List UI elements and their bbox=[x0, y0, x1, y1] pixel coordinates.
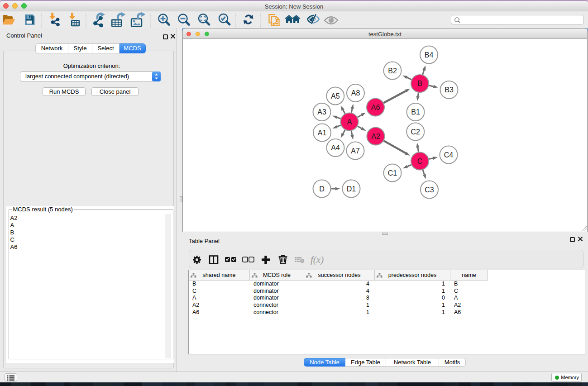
svg-text:A5: A5 bbox=[331, 92, 340, 100]
svg-text:A4: A4 bbox=[331, 144, 340, 152]
svg-text:B2: B2 bbox=[388, 67, 397, 75]
svg-text:f(x): f(x) bbox=[311, 254, 324, 265]
svg-text:D1: D1 bbox=[347, 185, 356, 193]
svg-text:A: A bbox=[347, 118, 352, 126]
svg-text:A7: A7 bbox=[351, 147, 360, 155]
svg-text:B: B bbox=[417, 80, 422, 87]
svg-text:C4: C4 bbox=[444, 151, 454, 159]
svg-text:B1: B1 bbox=[411, 108, 420, 116]
svg-text:C3: C3 bbox=[425, 186, 434, 194]
svg-text:C: C bbox=[417, 157, 423, 165]
svg-text:A1: A1 bbox=[318, 129, 327, 137]
svg-text:A2: A2 bbox=[371, 133, 380, 140]
svg-text:C1: C1 bbox=[388, 169, 397, 177]
svg-text:B4: B4 bbox=[425, 51, 434, 59]
svg-text:A6: A6 bbox=[371, 104, 380, 111]
svg-text:B3: B3 bbox=[445, 86, 454, 94]
svg-text:D: D bbox=[319, 185, 325, 193]
svg-text:A8: A8 bbox=[351, 89, 360, 97]
svg-text:A3: A3 bbox=[317, 108, 326, 116]
svg-text:C2: C2 bbox=[411, 128, 421, 136]
